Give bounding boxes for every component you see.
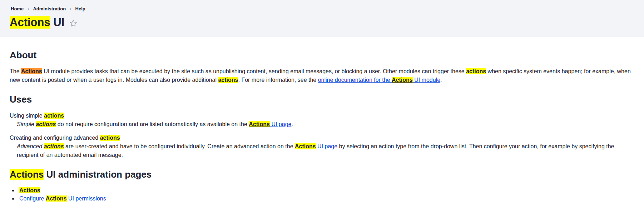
inline-link[interactable]: Configure (19, 195, 46, 202)
inline-link[interactable]: UI permissions (67, 195, 106, 202)
inline-link[interactable]: Actions (249, 121, 270, 127)
text-segment: UI module provides tasks that can be exe… (42, 68, 466, 74)
text-segment: Using simple (10, 113, 44, 119)
inline-link[interactable]: Actions (19, 187, 40, 193)
admin-pages-link-list: Actions Configure Actions UI permissions (12, 187, 633, 202)
uses-term-simple-actions: Using simple actions (10, 112, 633, 120)
breadcrumb-separator-icon: › (28, 5, 29, 13)
uses-definition-simple-actions: Simple actions do not require configurat… (17, 120, 633, 129)
inline-link[interactable]: Actions (295, 143, 316, 149)
section-about: About The Actions UI module provides tas… (10, 50, 633, 84)
uses-term-advanced-actions: Creating and configuring advanced action… (10, 134, 633, 142)
help-topic-content: About The Actions UI module provides tas… (0, 37, 644, 202)
uses-definition-advanced-actions: Advanced actions are user-created and ha… (17, 142, 633, 159)
search-match-highlight: actions (466, 68, 486, 74)
inline-link[interactable]: UI page (316, 143, 337, 149)
search-match-highlight: Actions (21, 68, 42, 74)
breadcrumb-separator-icon: › (70, 5, 71, 13)
page-title-text: Actions UI (10, 16, 64, 29)
breadcrumb-link-administration[interactable]: Administration (33, 5, 66, 13)
breadcrumb: Home › Administration › Help (11, 5, 633, 13)
search-match-highlight: Actions (10, 16, 50, 29)
inline-link[interactable]: online documentation for the (318, 77, 392, 83)
inline-link[interactable]: UI module (413, 77, 440, 83)
text-segment: Advanced (17, 143, 44, 149)
star-icon (69, 19, 78, 28)
list-item: Configure Actions UI permissions (18, 195, 633, 202)
section-admin-pages: Actions UI administration pages Actions … (10, 169, 633, 202)
page-header: Home › Administration › Help Actions UI (0, 0, 644, 37)
text-segment: . (440, 77, 442, 83)
text-segment: are user-created and have to be configur… (64, 143, 295, 149)
admin-pages-heading: Actions UI administration pages (10, 169, 633, 180)
breadcrumb-link-help[interactable]: Help (75, 5, 85, 13)
about-heading: About (10, 50, 633, 60)
search-match-highlight: Actions (10, 169, 44, 180)
search-match-highlight: actions (44, 143, 64, 149)
section-uses: Uses Using simple actions Simple actions… (10, 94, 633, 159)
text-segment: UI (50, 16, 65, 29)
inline-link[interactable]: UI page (270, 121, 291, 127)
text-segment: . For more information, see the (238, 77, 318, 83)
text-segment: Creating and configuring advanced (10, 135, 100, 141)
search-match-highlight: actions (218, 77, 238, 83)
inline-link[interactable]: Actions (46, 195, 67, 202)
text-segment: The (10, 68, 21, 74)
inline-link[interactable]: Actions (392, 77, 413, 83)
text-segment: Simple (17, 121, 36, 127)
search-match-highlight: actions (100, 135, 120, 141)
uses-heading: Uses (10, 94, 633, 105)
text-segment: do not require configuration and are lis… (56, 121, 249, 127)
text-segment: UI administration pages (44, 169, 152, 180)
about-paragraph: The Actions UI module provides tasks tha… (10, 67, 633, 84)
text-segment: . (291, 121, 293, 127)
breadcrumb-link-home[interactable]: Home (11, 5, 24, 13)
list-item: Actions (18, 187, 633, 194)
page-title: Actions UI (10, 16, 633, 29)
uses-definition-list: Using simple actions Simple actions do n… (10, 112, 633, 159)
search-match-highlight: actions (44, 113, 64, 119)
favorite-star-button[interactable] (69, 19, 78, 28)
search-match-highlight: actions (36, 121, 56, 127)
